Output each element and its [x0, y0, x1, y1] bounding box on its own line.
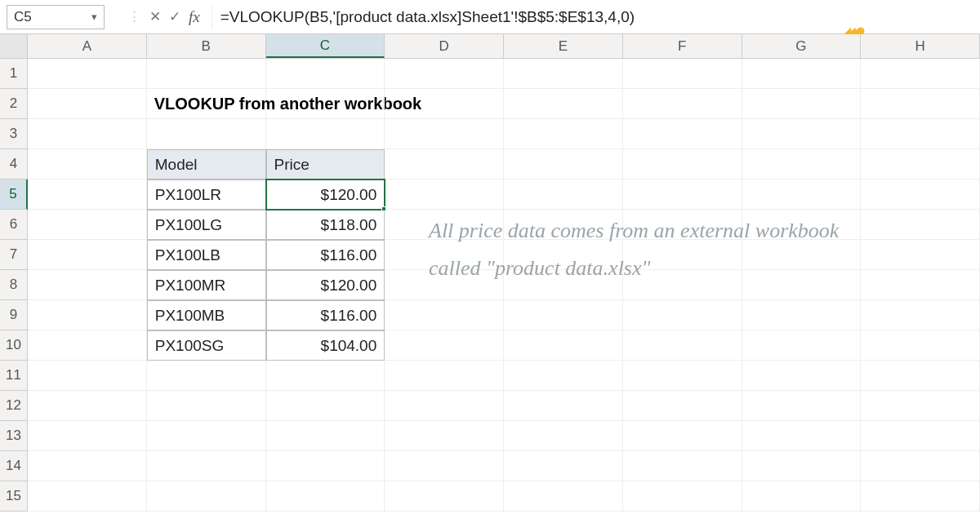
cell[interactable]	[504, 421, 623, 451]
row-header-8[interactable]: 8	[0, 270, 28, 300]
col-header-a[interactable]: A	[28, 34, 147, 58]
cell[interactable]	[504, 89, 623, 119]
row-header-9[interactable]: 9	[0, 300, 28, 330]
fx-icon[interactable]: fx	[189, 8, 200, 26]
cell[interactable]	[742, 59, 862, 89]
cell[interactable]	[147, 361, 266, 391]
cell[interactable]	[28, 59, 147, 89]
cell[interactable]	[385, 149, 504, 179]
cell[interactable]	[504, 451, 623, 481]
cell[interactable]	[742, 421, 862, 451]
cell[interactable]	[861, 179, 980, 210]
cell[interactable]	[623, 300, 742, 330]
cell[interactable]	[28, 451, 147, 481]
row-header-14[interactable]: 14	[0, 451, 28, 481]
cell[interactable]	[385, 330, 504, 361]
cell[interactable]	[861, 330, 980, 361]
cell[interactable]	[147, 451, 266, 481]
cell[interactable]	[861, 391, 980, 421]
table-header-model[interactable]: Model	[147, 149, 266, 179]
cell[interactable]	[742, 89, 862, 119]
model-cell[interactable]: PX100LB	[147, 240, 266, 270]
price-cell[interactable]: $116.00	[266, 240, 385, 270]
cell[interactable]	[861, 119, 980, 149]
cell[interactable]	[28, 421, 147, 451]
cell[interactable]	[385, 451, 504, 481]
cell[interactable]	[623, 179, 742, 210]
cell[interactable]	[504, 300, 623, 330]
cell[interactable]	[861, 240, 980, 270]
cell[interactable]	[266, 89, 385, 119]
row-header-11[interactable]: 11	[0, 361, 28, 391]
cell[interactable]	[861, 361, 980, 391]
col-header-b[interactable]: B	[147, 34, 266, 58]
row-header-5[interactable]: 5	[0, 179, 28, 210]
cell[interactable]	[623, 481, 742, 512]
model-cell[interactable]: PX100MR	[147, 270, 266, 300]
cell[interactable]	[385, 361, 504, 391]
price-cell[interactable]: $118.00	[266, 210, 385, 240]
table-header-price[interactable]: Price	[266, 149, 385, 179]
cancel-icon[interactable]: ✕	[149, 8, 161, 25]
model-cell[interactable]: PX100LG	[147, 210, 266, 240]
row-header-15[interactable]: 15	[0, 481, 28, 512]
row-header-3[interactable]: 3	[0, 119, 28, 149]
row-header-4[interactable]: 4	[0, 149, 28, 179]
cell[interactable]	[147, 119, 266, 149]
row-header-6[interactable]: 6	[0, 210, 28, 240]
row-header-10[interactable]: 10	[0, 330, 28, 361]
cell[interactable]	[28, 240, 147, 270]
cell[interactable]	[861, 300, 980, 330]
cell[interactable]	[742, 179, 862, 210]
cell[interactable]	[28, 89, 147, 119]
cell[interactable]	[861, 421, 980, 451]
cell[interactable]	[28, 391, 147, 421]
cell[interactable]	[385, 481, 504, 512]
cell[interactable]	[861, 149, 980, 179]
cell[interactable]	[623, 421, 742, 451]
price-cell[interactable]: $120.00	[266, 179, 385, 210]
cell[interactable]	[623, 149, 742, 179]
model-cell[interactable]: PX100LR	[147, 179, 266, 210]
cell[interactable]	[266, 451, 385, 481]
cell[interactable]	[147, 59, 266, 89]
cell[interactable]	[742, 330, 862, 361]
cell[interactable]	[861, 89, 980, 119]
cell[interactable]	[861, 59, 980, 89]
cell[interactable]	[28, 210, 147, 240]
cell[interactable]	[28, 179, 147, 210]
cell[interactable]	[861, 451, 980, 481]
row-header-7[interactable]: 7	[0, 240, 28, 270]
cell[interactable]	[385, 421, 504, 451]
cell[interactable]	[504, 481, 623, 512]
cell[interactable]	[147, 481, 266, 512]
col-header-h[interactable]: H	[861, 34, 980, 58]
cell[interactable]	[742, 361, 862, 391]
row-header-2[interactable]: 2	[0, 89, 28, 119]
cell[interactable]	[28, 361, 147, 391]
cell[interactable]	[385, 391, 504, 421]
cell[interactable]	[623, 89, 742, 119]
cell[interactable]	[742, 119, 862, 149]
cell[interactable]	[861, 210, 980, 240]
row-header-12[interactable]: 12	[0, 391, 28, 421]
cell[interactable]	[742, 149, 862, 179]
cell[interactable]	[742, 391, 862, 421]
price-cell[interactable]: $120.00	[266, 270, 385, 300]
cell[interactable]	[385, 119, 504, 149]
col-header-g[interactable]: G	[742, 34, 862, 58]
cell[interactable]	[861, 270, 980, 300]
cell[interactable]	[147, 421, 266, 451]
cell[interactable]	[504, 391, 623, 421]
model-cell[interactable]: PX100MB	[147, 300, 266, 330]
name-box[interactable]: C5 ▾	[7, 5, 105, 29]
cell[interactable]	[623, 330, 742, 361]
select-all-corner[interactable]	[0, 34, 28, 58]
cell[interactable]	[623, 451, 742, 481]
cell[interactable]	[504, 149, 623, 179]
row-header-13[interactable]: 13	[0, 421, 28, 451]
cell[interactable]	[504, 361, 623, 391]
cell[interactable]	[385, 300, 504, 330]
cell[interactable]	[266, 391, 385, 421]
cell[interactable]	[623, 119, 742, 149]
